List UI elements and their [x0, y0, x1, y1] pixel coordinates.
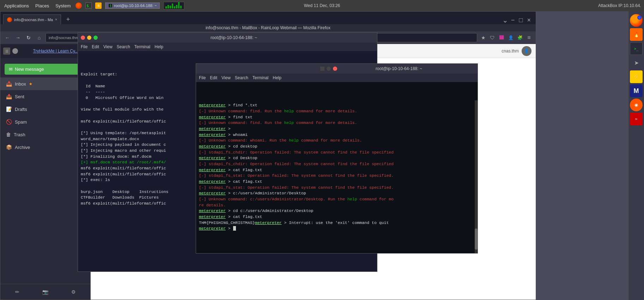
- inbox-star: ★: [29, 82, 32, 86]
- tryhackme-link[interactable]: TryHackMe | Learn Cy...: [33, 49, 78, 54]
- terminal-bg-menu-edit[interactable]: Edit: [92, 44, 99, 49]
- taskbar-places[interactable]: Places: [34, 2, 50, 9]
- sidebar-compose-area: [12, 48, 18, 54]
- taskbar-terminal-icon[interactable]: $_: [85, 2, 92, 9]
- sidebar-item-drafts[interactable]: 📝 Drafts: [0, 103, 90, 115]
- taskbar-firefox-icon[interactable]: [75, 2, 82, 9]
- tab-label: info@socnas.thm - Ma: [14, 18, 53, 22]
- right-m-icon[interactable]: M: [630, 85, 643, 97]
- trash-label: Trash: [14, 132, 25, 137]
- right-terminal-icon[interactable]: >_: [630, 42, 643, 55]
- sidebar-item-inbox[interactable]: 📥 Inbox ★: [0, 77, 90, 90]
- mail-user-area: cnas.thm 👤: [502, 46, 531, 56]
- reload-button[interactable]: ↻: [24, 33, 33, 42]
- right-orange-icon[interactable]: ◉: [630, 99, 643, 111]
- pocket-icon[interactable]: 🅿: [498, 34, 505, 42]
- terminal-fg-menu-file[interactable]: File: [199, 75, 206, 80]
- terminal-fg-menu-view[interactable]: View: [221, 75, 231, 80]
- sent-label: Sent: [15, 94, 24, 99]
- browser-arrow-down[interactable]: ⌄: [502, 16, 508, 24]
- taskbar-ip: AttackBox IP:10.10.64.: [598, 3, 641, 8]
- terminal-window-foreground: root@ip-10-10-64-188: ~ File Edit View S…: [196, 63, 478, 254]
- taskbar-left: Applications Places System $_ S $ root@i…: [3, 2, 595, 10]
- terminal-fg-min-placeholder: [327, 67, 331, 71]
- monitor-graph: [165, 2, 183, 9]
- terminal-fg-close-placeholder: [320, 67, 324, 71]
- sidebar-screenshot-icon[interactable]: 📷: [40, 287, 50, 297]
- back-button[interactable]: ←: [3, 33, 12, 42]
- new-tab-button[interactable]: +: [63, 14, 73, 24]
- terminal-fg-menu-terminal[interactable]: Terminal: [253, 75, 268, 80]
- terminal-fg-menu-help[interactable]: Help: [273, 75, 281, 80]
- terminal-bg-maximize[interactable]: [93, 36, 98, 40]
- sidebar-item-archive[interactable]: 📦 Archive: [0, 141, 90, 154]
- trash-icon: 🗑: [6, 132, 11, 137]
- terminal-bg-menu-search[interactable]: Search: [117, 44, 130, 49]
- browser-tab-mail[interactable]: info@socnas.thm - Ma ×: [3, 14, 61, 24]
- sidebar-item-sent[interactable]: 📤 Sent: [0, 90, 90, 103]
- forward-button[interactable]: →: [14, 33, 22, 42]
- terminal-fg-content: meterpreter > find *.txt [-] Unknown com…: [199, 97, 475, 238]
- right-red-icon[interactable]: ≈: [630, 113, 643, 125]
- right-burp-icon[interactable]: 🔥: [630, 28, 643, 41]
- taskbar-right: AttackBox IP:10.10.64.: [598, 3, 641, 8]
- spam-icon: 🚫: [6, 119, 12, 125]
- taskbar-system[interactable]: System: [54, 2, 72, 9]
- toolbar-icons: ★ 🛡 🅿 👤 🧩 ≡: [479, 34, 533, 42]
- terminal-bg-minimize[interactable]: [87, 36, 91, 40]
- bookmark-icon[interactable]: ★: [479, 34, 487, 42]
- sidebar-user-icon: [12, 48, 18, 54]
- archive-icon: 📦: [6, 144, 12, 150]
- sidebar-item-spam[interactable]: 🚫 Spam: [0, 115, 90, 128]
- browser-close-button[interactable]: ×: [525, 17, 533, 24]
- terminal-bg-menu-view[interactable]: View: [103, 44, 113, 49]
- terminal-scrollbar-thumb[interactable]: [475, 229, 478, 250]
- terminal-scrollbar[interactable]: [475, 100, 478, 253]
- terminal-bg-menu-help[interactable]: Help: [154, 44, 163, 49]
- taskbar-monitor: [163, 2, 184, 10]
- new-message-button[interactable]: New message: [5, 64, 86, 75]
- terminal-bg-menu-file[interactable]: File: [81, 44, 87, 49]
- browser-window-controls: ⌄ − □ ×: [502, 16, 533, 24]
- sidebar-compose-icon[interactable]: ✏: [12, 287, 22, 297]
- graph-bar-7: [178, 2, 180, 8]
- extensions-icon[interactable]: 🧩: [516, 34, 524, 42]
- taskbar-applications[interactable]: Applications: [3, 2, 30, 9]
- spam-label: Spam: [15, 119, 27, 125]
- graph-bar-8: [180, 6, 182, 8]
- taskbar-active-window[interactable]: $ root@ip-10-10-64-188: ~: [105, 2, 160, 9]
- graph-bar-6: [176, 5, 177, 8]
- archive-label: Archive: [15, 145, 30, 150]
- terminal-fg-title: root@ip-10-10-64-188: ~: [339, 66, 458, 71]
- right-lightning-icon[interactable]: ⚡: [630, 70, 643, 83]
- right-firefox-icon[interactable]: [630, 14, 643, 27]
- right-arrow-icon[interactable]: ➤: [630, 56, 643, 69]
- terminal-bg-menu-terminal[interactable]: Terminal: [134, 44, 150, 49]
- browser-max-button[interactable]: □: [517, 17, 525, 24]
- menu-icon[interactable]: ≡: [525, 34, 533, 42]
- terminal-fg-menu-search[interactable]: Search: [235, 75, 248, 80]
- firefox-account-icon[interactable]: 👤: [507, 34, 515, 42]
- terminal-cursor: [233, 226, 236, 231]
- inbox-label: Inbox: [15, 81, 26, 87]
- inbox-icon: 📥: [6, 81, 12, 87]
- graph-bar-3: [170, 6, 171, 8]
- browser-min-button[interactable]: −: [509, 17, 517, 24]
- terminal-bg-close[interactable]: [81, 36, 85, 40]
- terminal-fg-body[interactable]: meterpreter > find *.txt [-] Unknown com…: [196, 82, 478, 253]
- shield-icon[interactable]: 🛡: [488, 34, 496, 42]
- terminal-bg-menubar: File Edit View Search Terminal Help: [78, 43, 377, 51]
- sidebar-settings-icon[interactable]: ⚙: [68, 287, 78, 297]
- terminal-fg-menu-edit[interactable]: Edit: [210, 75, 217, 80]
- sent-icon: 📤: [6, 94, 12, 99]
- tab-close-button[interactable]: ×: [55, 18, 57, 21]
- taskbar-sublime-icon[interactable]: S: [95, 2, 102, 9]
- terminal-fg-close[interactable]: [333, 67, 337, 71]
- browser-title-text: info@socnas.thm - MailBox - RainLoop Web…: [206, 25, 330, 30]
- desktop: info@socnas.thm - Ma × + ⌄ − □ × info@so…: [0, 11, 644, 300]
- sidebar-item-trash[interactable]: 🗑 Trash: [0, 128, 90, 141]
- terminal-bg-titlebar: root@ip-10-10-64-188: ~: [78, 33, 377, 43]
- user-avatar[interactable]: 👤: [522, 46, 531, 56]
- browser-title: info@socnas.thm - MailBox - RainLoop Web…: [0, 24, 536, 31]
- home-button[interactable]: ⌂: [35, 33, 43, 42]
